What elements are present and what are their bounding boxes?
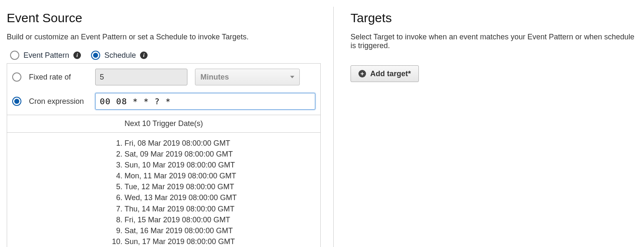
info-icon[interactable]: i	[73, 51, 81, 59]
add-target-button[interactable]: + Add target*	[351, 65, 419, 82]
radio-icon	[91, 51, 100, 60]
cron-label: Cron expression	[29, 97, 88, 106]
trigger-date-item: Sat, 16 Mar 2019 08:00:00 GMT	[125, 225, 320, 236]
trigger-dates-list: Fri, 08 Mar 2019 08:00:00 GMTSat, 09 Mar…	[7, 138, 320, 247]
schedule-label: Schedule	[104, 51, 136, 60]
info-icon[interactable]: i	[140, 51, 148, 59]
trigger-date-item: Sun, 10 Mar 2019 08:00:00 GMT	[125, 160, 320, 170]
fixed-rate-label: Fixed rate of	[29, 73, 88, 82]
trigger-dates-block: Fri, 08 Mar 2019 08:00:00 GMTSat, 09 Mar…	[7, 132, 320, 247]
event-source-panel: Event Source Build or customize an Event…	[7, 7, 334, 247]
radio-icon	[10, 51, 19, 60]
trigger-date-item: Fri, 08 Mar 2019 08:00:00 GMT	[125, 138, 320, 149]
fixed-rate-unit-select[interactable]: Minutes	[195, 69, 300, 85]
fixed-rate-input[interactable]	[95, 69, 187, 85]
fixed-rate-radio[interactable]	[12, 72, 21, 82]
event-source-description: Build or customize an Event Pattern or s…	[7, 33, 321, 41]
trigger-date-item: Tue, 12 Mar 2019 08:00:00 GMT	[125, 181, 320, 192]
targets-panel: Targets Select Target to invoke when an …	[334, 7, 637, 247]
add-target-label: Add target*	[370, 69, 411, 78]
trigger-date-item: Fri, 15 Mar 2019 08:00:00 GMT	[125, 214, 320, 225]
trigger-date-item: Sun, 17 Mar 2019 08:00:00 GMT	[125, 236, 320, 247]
schedule-panel: Fixed rate of Minutes Cron expression Ne…	[7, 63, 321, 247]
fixed-rate-row: Fixed rate of Minutes	[7, 64, 320, 90]
event-pattern-radio[interactable]: Event Pattern i	[10, 51, 81, 60]
trigger-date-item: Sat, 09 Mar 2019 08:00:00 GMT	[125, 149, 320, 160]
trigger-date-item: Wed, 13 Mar 2019 08:00:00 GMT	[125, 192, 320, 203]
event-pattern-label: Event Pattern	[23, 51, 69, 60]
chevron-down-icon	[290, 76, 294, 78]
cron-input[interactable]	[95, 93, 315, 110]
plus-circle-icon: +	[358, 70, 366, 77]
schedule-radio[interactable]: Schedule i	[91, 51, 148, 60]
trigger-dates-header: Next 10 Trigger Date(s)	[7, 115, 320, 132]
cron-row: Cron expression	[7, 90, 320, 115]
targets-description: Select Target to invoke when an event ma…	[351, 33, 637, 50]
fixed-rate-unit-value: Minutes	[200, 73, 229, 82]
pattern-type-radio-group: Event Pattern i Schedule i	[7, 51, 321, 60]
cron-radio[interactable]	[12, 97, 21, 106]
trigger-date-item: Thu, 14 Mar 2019 08:00:00 GMT	[125, 203, 320, 214]
event-source-heading: Event Source	[7, 11, 321, 25]
targets-heading: Targets	[351, 11, 637, 25]
trigger-date-item: Mon, 11 Mar 2019 08:00:00 GMT	[125, 170, 320, 181]
